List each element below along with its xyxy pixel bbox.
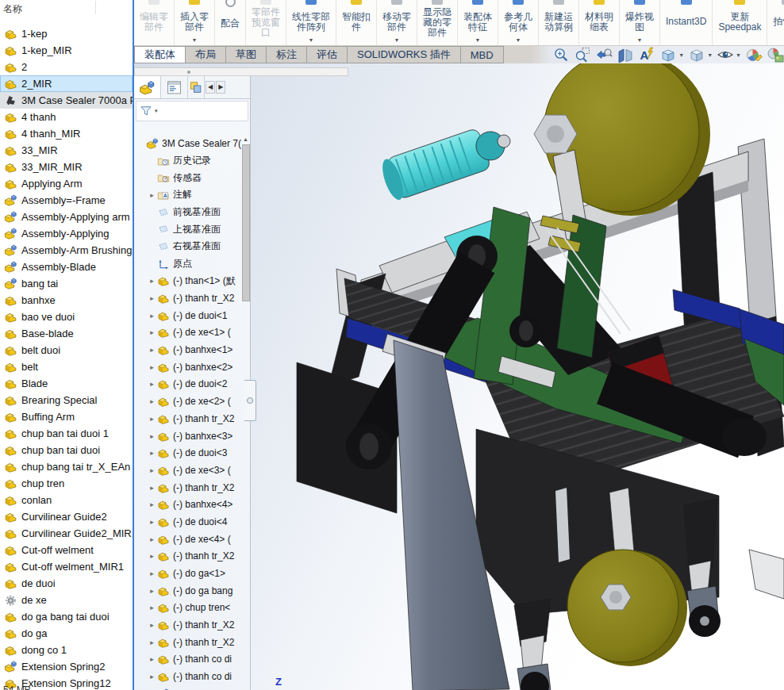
file-list-item[interactable]: Assembly=-Frame — [0, 192, 133, 209]
file-list-item[interactable]: chup ban tai duoi — [0, 442, 133, 458]
expand-arrow-icon[interactable]: ▸ — [147, 449, 157, 457]
instant3d-button[interactable]: Instant3D▼ — [660, 0, 713, 45]
previous-view-icon[interactable] — [595, 46, 613, 63]
feature-tree-item[interactable]: 传感器 — [134, 169, 242, 186]
exploded-view-button[interactable]: 爆炸视 图▼ — [620, 0, 660, 45]
file-list-item[interactable]: chup ban tai duoi 1 — [0, 425, 133, 442]
feature-tree-item[interactable]: ▸(-) banhxe<4> — [134, 496, 242, 513]
feature-tree-item[interactable]: 历史记录 — [134, 152, 242, 170]
tab-property-manager[interactable] — [161, 76, 188, 98]
file-list-item[interactable]: 3M Case Sealer 7000a Pr — [0, 92, 133, 109]
file-list-item[interactable]: Assembly-Arm Brushing — [0, 242, 133, 259]
file-list-item[interactable]: belt duoi — [0, 342, 133, 358]
feature-tree-item[interactable]: ▸(-) de xe<1> ( — [134, 324, 242, 342]
snapshot-button[interactable]: 拍快照▼ — [767, 0, 784, 45]
file-list-item[interactable]: do ga bang tai duoi — [0, 608, 133, 625]
feature-tree-item[interactable]: 前视基准面 — [134, 204, 242, 221]
feature-tree-item[interactable]: ▸(-) de xe<3> ( — [134, 462, 242, 479]
tab-annotate[interactable]: 标注 — [266, 46, 307, 63]
expand-arrow-icon[interactable]: ▸ — [147, 500, 157, 508]
expand-arrow-icon[interactable]: ▸ — [147, 294, 157, 302]
zoom-to-area-icon[interactable] — [574, 46, 591, 63]
expand-arrow-icon[interactable]: ▸ — [147, 191, 157, 199]
file-list-item[interactable]: bao ve duoi — [0, 309, 133, 325]
feature-tree-item[interactable]: ▸(-) thanh tr_X2 — [134, 616, 242, 634]
file-list-item[interactable]: Blade — [0, 375, 133, 392]
file-list-item[interactable]: Buffing Arm — [0, 408, 133, 425]
file-list-item[interactable]: bang tai — [0, 275, 133, 292]
file-list-item[interactable]: Applying Arm — [0, 175, 133, 192]
file-list-item[interactable]: de xe — [0, 592, 133, 608]
feature-tree-item[interactable]: ▸(-) de duoi<4 — [134, 513, 242, 531]
expand-arrow-icon[interactable]: ▸ — [147, 328, 157, 336]
expand-arrow-icon[interactable]: ▸ — [147, 587, 157, 595]
file-list-item[interactable]: 4 thanh — [0, 109, 133, 125]
tab-feature-tree[interactable] — [134, 76, 161, 98]
expand-arrow-icon[interactable]: ▸ — [147, 655, 157, 663]
expand-arrow-icon[interactable]: ▸ — [147, 484, 157, 492]
feature-tree-item[interactable]: ▸(-) thanh tr_X2 — [134, 479, 242, 496]
annotation-view-icon[interactable] — [638, 46, 655, 63]
tab-layout[interactable]: 布局 — [185, 46, 226, 63]
file-list-header-name-column[interactable]: 名称 — [0, 0, 133, 18]
expand-arrow-icon[interactable]: ▸ — [147, 466, 157, 474]
file-list-item[interactable]: 4 thanh_MIR — [0, 125, 133, 142]
file-list-item[interactable]: Curvilinear Guide2_MIR1 — [0, 525, 133, 542]
file-list-item[interactable]: Assembly-Applying — [0, 225, 133, 242]
edit-component-button[interactable]: 编辑零 部件▼ — [134, 0, 175, 45]
assembly-features-button[interactable]: 装配体 特征▼ — [458, 0, 498, 45]
feature-tree-item[interactable]: ▸(-) thanh tr_X2 — [134, 410, 242, 427]
file-list-item[interactable]: chup tren — [0, 475, 133, 492]
panel-nav-left-icon[interactable]: ◀ — [206, 81, 215, 94]
insert-component-button[interactable]: 插入零 部件▼ — [175, 0, 215, 45]
feature-tree-item[interactable]: ▸(-) chup tren< — [134, 600, 242, 617]
expand-arrow-icon[interactable]: ▸ — [147, 621, 157, 629]
panel-splitter[interactable] — [134, 67, 348, 76]
feature-tree-item[interactable]: ▸注解 — [134, 186, 242, 204]
apply-scene-icon[interactable] — [767, 46, 784, 63]
feature-tree-item[interactable]: ▸(-) thanh tr_X2 — [134, 548, 242, 565]
expand-arrow-icon[interactable]: ▸ — [147, 673, 157, 680]
file-list-item[interactable]: Assembly-Applying arm — [0, 209, 133, 225]
expand-arrow-icon[interactable]: ▸ — [147, 535, 157, 543]
expand-arrow-icon[interactable]: ▸ — [147, 346, 157, 354]
file-list-item[interactable]: de duoi — [0, 575, 133, 592]
file-list-item[interactable]: Base-blade — [0, 325, 133, 342]
file-list-item[interactable]: do ga — [0, 625, 133, 642]
move-component-button[interactable]: 移动零 部件▼ — [377, 0, 417, 45]
tab-configuration-manager[interactable] — [188, 76, 205, 98]
file-list-item[interactable]: Cut-off welment_MIR1 — [0, 558, 133, 575]
linear-pattern-button[interactable]: 线性零部 件阵列▼ — [286, 0, 336, 45]
file-list-item[interactable]: 1-kep — [0, 25, 133, 42]
expand-arrow-icon[interactable]: ▸ — [147, 569, 157, 577]
feature-tree-item[interactable]: ▸(-) banhxe<1> — [134, 341, 242, 358]
file-list-item[interactable]: conlan — [0, 492, 133, 508]
panel-flyout-handle[interactable] — [244, 380, 256, 421]
dropdown-caret-icon[interactable]: ▼ — [736, 52, 741, 58]
dropdown-caret-icon[interactable]: ▼ — [678, 52, 684, 58]
feature-tree-item[interactable]: 3M Case Sealer 7( — [134, 135, 242, 152]
dropdown-caret-icon[interactable]: ▼ — [707, 52, 713, 58]
feature-tree-item[interactable]: 原点 — [134, 255, 242, 273]
feature-tree-item[interactable]: 右视基准面 — [134, 238, 242, 255]
expand-arrow-icon[interactable]: ▸ — [147, 552, 157, 560]
zoom-to-fit-icon[interactable] — [552, 46, 570, 63]
expand-arrow-icon[interactable]: ▸ — [147, 380, 157, 388]
smart-fasteners-button[interactable]: 智能扣 件▼ — [336, 0, 377, 45]
feature-tree-item[interactable]: ▸(-) thanh tr_X2 — [134, 289, 242, 307]
expand-arrow-icon[interactable]: ▸ — [147, 518, 157, 526]
feature-tree-item[interactable]: ▸(-) thanh co di — [134, 651, 242, 669]
file-list-item[interactable]: Assembly-Blade — [0, 259, 133, 275]
feature-tree-item[interactable]: ▸(-) de duoi<3 — [134, 444, 242, 462]
file-list-item[interactable]: Extension Spring2 — [0, 658, 133, 675]
tree-filter-bar[interactable]: ▾ — [136, 101, 248, 121]
file-list-item[interactable]: 33_MIR — [0, 142, 133, 159]
file-list-item[interactable]: chup bang tai tr_X_EAn — [0, 458, 133, 475]
reference-geometry-button[interactable]: 参考几 何体▼ — [498, 0, 539, 45]
update-speedpak-button[interactable]: 更新 Speedpak▼ — [713, 0, 767, 45]
tab-solidworks-addins[interactable]: SOLIDWORKS 插件 — [347, 46, 461, 63]
feature-tree-item[interactable]: ▸(-) thanh tr_X2 — [134, 634, 242, 651]
graphics-area[interactable]: ◀ ▶ ▾ 3M Case Sealer 7(历史记录传感器▸注解前视基准面上视… — [134, 63, 784, 690]
tab-assembly[interactable]: 装配体 — [134, 46, 186, 63]
feature-tree-item[interactable]: 上视基准面 — [134, 220, 242, 238]
